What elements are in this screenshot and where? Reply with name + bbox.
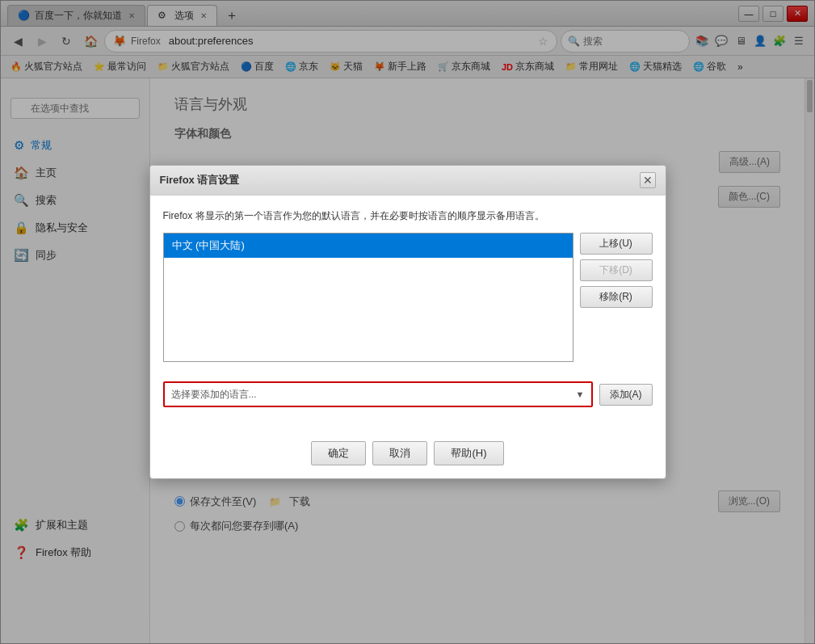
cancel-button[interactable]: 取消 [372, 441, 427, 465]
dialog-close-button[interactable]: ✕ [640, 172, 656, 188]
language-select-wrapper[interactable]: 选择要添加的语言... ▼ [163, 381, 593, 407]
ok-button[interactable]: 确定 [311, 441, 366, 465]
dialog-description: Firefox 将显示的第一个语言作为您的默认语言，并在必要时按语言的顺序显示备… [163, 208, 653, 223]
dialog-title-bar: Firefox 语言设置 ✕ [150, 166, 666, 196]
browser-window: 🔵 百度一下，你就知道 ✕ ⚙ 选项 ✕ ＋ — □ ✕ ◀ ▶ ↻ 🏠 🦊 F… [0, 0, 815, 644]
language-select[interactable]: 选择要添加的语言... [165, 383, 591, 406]
dialog-footer: 确定 取消 帮助(H) [150, 431, 666, 478]
dialog-add-row: 选择要添加的语言... ▼ 添加(A) [163, 381, 653, 407]
dialog-body: Firefox 将显示的第一个语言作为您的默认语言，并在必要时按语言的顺序显示备… [150, 196, 666, 431]
move-down-button[interactable]: 下移(D) [580, 259, 653, 281]
dialog-list-container: 中文 (中国大陆) [163, 233, 573, 372]
move-up-button[interactable]: 上移(U) [580, 233, 653, 255]
language-list[interactable]: 中文 (中国大陆) [163, 233, 573, 362]
dialog-side-buttons: 上移(U) 下移(D) 移除(R) [580, 233, 653, 308]
dialog-title: Firefox 语言设置 [160, 173, 240, 187]
lang-item-zh-cn[interactable]: 中文 (中国大陆) [164, 234, 573, 258]
add-language-button[interactable]: 添加(A) [599, 384, 653, 406]
dialog-overlay: Firefox 语言设置 ✕ Firefox 将显示的第一个语言作为您的默认语言… [0, 0, 815, 644]
remove-button[interactable]: 移除(R) [580, 286, 653, 308]
help-button[interactable]: 帮助(H) [434, 441, 503, 465]
dialog-main-row: 中文 (中国大陆) 上移(U) 下移(D) 移除(R) [163, 233, 653, 372]
language-dialog: Firefox 语言设置 ✕ Firefox 将显示的第一个语言作为您的默认语言… [149, 165, 666, 479]
